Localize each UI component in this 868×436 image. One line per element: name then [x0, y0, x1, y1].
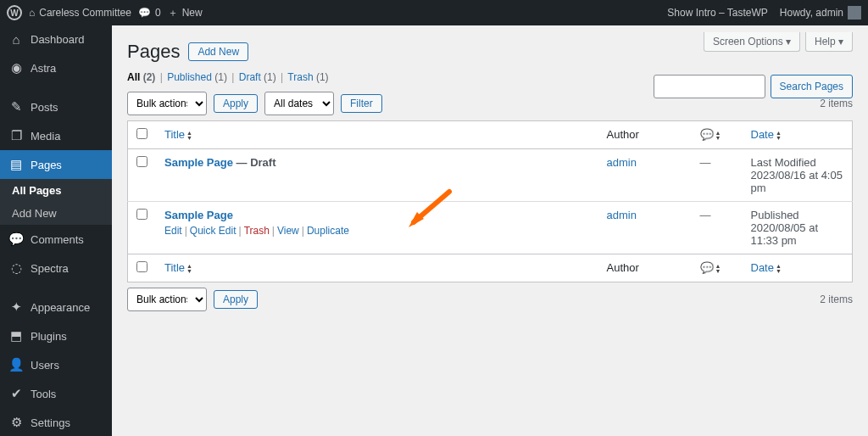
comment-column-icon: 💬 [700, 261, 714, 274]
filter-button[interactable]: Filter [341, 94, 382, 113]
menu-label: Astra [31, 62, 56, 75]
col-title-foot[interactable]: Title▲▼ [156, 254, 598, 282]
admin-bar: W ⌂Careless Committee 💬0 ＋New Show Intro… [0, 0, 868, 25]
author-link[interactable]: admin [607, 156, 637, 169]
row-comments: — [692, 149, 743, 202]
menu-label: Plugins [31, 330, 67, 343]
menu-icon: 💬 [8, 232, 24, 247]
row-date: Last Modified2023/08/16 at 4:05 pm [743, 149, 853, 202]
action-trash[interactable]: Trash [244, 225, 270, 237]
post-state: — Draft [233, 156, 276, 169]
bulk-actions-select-bottom[interactable]: Bulk actions [127, 288, 207, 311]
help-tab[interactable]: Help ▾ [805, 32, 853, 52]
sort-icon: ▲▼ [186, 131, 192, 141]
sidebar-item-media[interactable]: ❐Media [0, 121, 112, 150]
menu-label: Dashboard [31, 33, 85, 46]
sidebar-item-comments[interactable]: 💬Comments [0, 225, 112, 254]
col-comments[interactable]: 💬▲▼ [692, 121, 743, 149]
view-draft[interactable]: Draft (1) [239, 71, 276, 83]
pages-table: Title▲▼ Author 💬▲▼ Date▲▼ Sample Page — … [127, 120, 853, 282]
row-comments: — [692, 202, 743, 254]
search-input[interactable] [654, 75, 765, 98]
date-filter-select[interactable]: All dates [264, 92, 334, 115]
howdy-link[interactable]: Howdy, admin [780, 6, 861, 20]
menu-icon: ⚙ [8, 415, 24, 430]
action-edit[interactable]: Edit [164, 225, 182, 237]
col-author: Author [598, 121, 692, 149]
sidebar-item-appearance[interactable]: ✦Appearance [0, 293, 112, 321]
row-title-link[interactable]: Sample Page [164, 209, 233, 221]
menu-icon: ✎ [8, 99, 24, 115]
author-link[interactable]: admin [607, 209, 637, 221]
sort-icon: ▲▼ [776, 131, 782, 141]
wordpress-icon: W [7, 5, 22, 20]
select-all-top[interactable] [136, 128, 147, 139]
menu-icon: ❐ [8, 128, 24, 143]
table-row: Sample Page — Draftadmin—Last Modified20… [128, 149, 853, 202]
menu-icon: ⌂ [8, 32, 24, 47]
row-checkbox[interactable] [136, 209, 147, 220]
menu-icon: ⬒ [8, 328, 24, 344]
show-intro-link[interactable]: Show Intro – TasteWP [667, 7, 768, 19]
menu-label: Media [31, 130, 60, 143]
row-date: Published2020/08/05 at 11:33 pm [743, 202, 853, 254]
row-title-link[interactable]: Sample Page [164, 156, 233, 169]
sidebar-item-tools[interactable]: ✔Tools [0, 379, 112, 408]
site-name-label: Careless Committee [39, 7, 131, 19]
sidebar-item-users[interactable]: 👤Users [0, 350, 112, 379]
col-date[interactable]: Date▲▼ [743, 121, 853, 149]
table-row: Sample PageEdit|Quick Edit|Trash|View|Du… [128, 202, 853, 254]
apply-button-top[interactable]: Apply [214, 94, 258, 113]
sidebar-item-settings[interactable]: ⚙Settings [0, 408, 112, 436]
action-duplicate[interactable]: Duplicate [307, 225, 349, 237]
apply-button-bottom[interactable]: Apply [214, 290, 258, 309]
new-content-link[interactable]: ＋New [168, 6, 203, 20]
sidebar-item-spectra[interactable]: ◌Spectra [0, 254, 112, 282]
row-actions: Edit|Quick Edit|Trash|View|Duplicate [164, 225, 590, 237]
col-comments-foot[interactable]: 💬▲▼ [692, 254, 743, 282]
menu-label: Pages [31, 159, 62, 171]
comment-count: 0 [155, 7, 161, 19]
col-date-foot[interactable]: Date▲▼ [743, 254, 853, 282]
menu-label: Settings [31, 416, 70, 429]
menu-icon: ✦ [8, 299, 24, 315]
menu-icon: ◉ [8, 60, 24, 75]
menu-icon: ◌ [8, 260, 24, 276]
submenu-add-new[interactable]: Add New [0, 202, 112, 225]
view-all[interactable]: All (2) [127, 71, 155, 83]
items-count-top: 2 items [820, 98, 853, 109]
comment-icon: 💬 [138, 7, 151, 19]
sidebar-item-pages[interactable]: ▤Pages [0, 150, 112, 179]
screen-options-tab[interactable]: Screen Options ▾ [704, 32, 800, 52]
menu-label: Tools [31, 388, 56, 400]
menu-label: Posts [31, 101, 58, 114]
search-button[interactable]: Search Pages [771, 75, 853, 98]
wp-logo[interactable]: W [7, 5, 22, 20]
bulk-actions-select-top[interactable]: Bulk actions [127, 92, 207, 115]
action-view[interactable]: View [277, 225, 299, 237]
menu-icon: ▤ [8, 157, 24, 172]
home-icon: ⌂ [29, 7, 35, 19]
new-label: New [182, 7, 203, 19]
menu-label: Spectra [31, 262, 69, 275]
select-all-bottom[interactable] [136, 261, 147, 272]
action-quick-edit[interactable]: Quick Edit [190, 225, 236, 237]
site-name-link[interactable]: ⌂Careless Committee [29, 7, 131, 19]
add-new-button[interactable]: Add New [188, 42, 248, 61]
view-published[interactable]: Published (1) [167, 71, 227, 83]
view-trash[interactable]: Trash (1) [287, 71, 328, 83]
sidebar-item-plugins[interactable]: ⬒Plugins [0, 321, 112, 350]
howdy-label: Howdy, admin [780, 7, 843, 19]
sidebar-item-posts[interactable]: ✎Posts [0, 92, 112, 121]
sort-icon: ▲▼ [715, 131, 721, 141]
menu-label: Users [31, 359, 59, 372]
menu-icon: 👤 [8, 357, 24, 372]
col-title[interactable]: Title▲▼ [156, 121, 598, 149]
row-checkbox[interactable] [136, 156, 147, 167]
sidebar-item-dashboard[interactable]: ⌂Dashboard [0, 25, 112, 53]
main-content: Screen Options ▾ Help ▾ Pages Add New Se… [112, 25, 868, 436]
submenu-all-pages[interactable]: All Pages [0, 179, 112, 202]
comments-link[interactable]: 💬0 [138, 7, 161, 19]
menu-label: Appearance [31, 301, 90, 314]
sidebar-item-astra[interactable]: ◉Astra [0, 53, 112, 82]
